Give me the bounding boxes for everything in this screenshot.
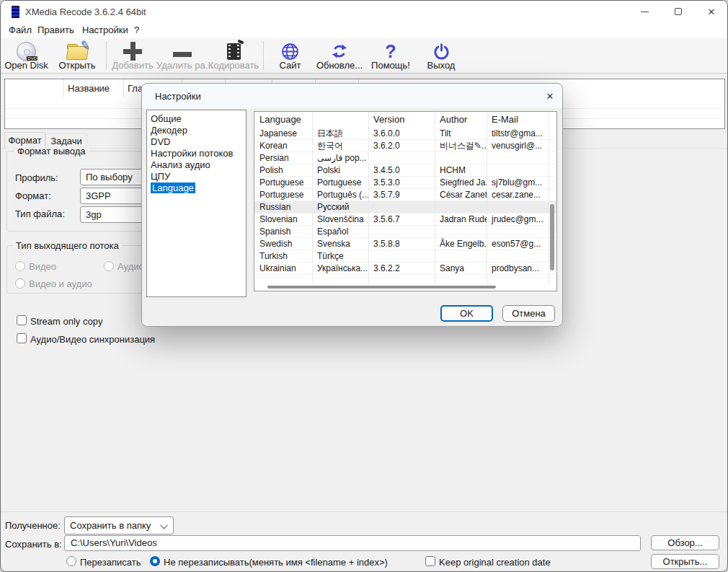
nav-stream-settings[interactable]: Настройки потоков (147, 148, 246, 159)
radio-video (15, 261, 25, 271)
encode-icon (227, 43, 241, 60)
globe-icon (281, 43, 299, 61)
disk-icon: DVD (17, 42, 36, 61)
chevron-down-icon (161, 522, 168, 529)
remove-button: Удалить ра... (156, 40, 208, 72)
app-window: XMedia Recode 3.6.2.4 64bit ✕ Файл Прави… (0, 0, 728, 572)
open-output-button[interactable]: Открыть... (651, 554, 719, 569)
pencil-icon: ✎ (79, 37, 92, 54)
table-row[interactable]: SlovenianSlovenščina3.5.6.7Jadran Rudecj… (254, 214, 556, 226)
no-overwrite-radio[interactable] (150, 556, 160, 566)
col-email[interactable]: E-Mail (487, 112, 549, 128)
menu-bar: Файл Править Настройки ? (1, 22, 727, 38)
close-button[interactable]: ✕ (695, 1, 728, 22)
remove-icon (173, 52, 192, 57)
window-title: XMedia Recode 3.6.2.4 64bit (25, 6, 146, 17)
exit-button[interactable]: Выход (420, 40, 463, 72)
dialog-title: Настройки (155, 91, 201, 102)
settings-dialog: Настройки ✕ Общие Декодер DVD Настройки … (141, 83, 563, 327)
menu-edit[interactable]: Править (37, 25, 74, 35)
keep-date-checkbox[interactable] (425, 556, 435, 566)
help-button[interactable]: ? Помощь! (368, 40, 414, 72)
language-table[interactable]: Language Version Author E-Mail Japanese日… (254, 111, 557, 291)
table-row[interactable]: Persianفارسی pop... (254, 152, 556, 164)
update-button[interactable]: Обновле... (314, 40, 365, 72)
save-path-input[interactable]: C:\Users\Yuri\Videos (64, 535, 641, 551)
column-header-name[interactable]: Название (68, 83, 110, 94)
format-label: Формат: (15, 190, 51, 201)
title-bar: XMedia Recode 3.6.2.4 64bit ✕ (1, 1, 727, 22)
browse-button[interactable]: Обзор... (651, 535, 719, 550)
radio-video-audio (15, 278, 25, 289)
menu-settings[interactable]: Настройки (82, 25, 128, 35)
website-button[interactable]: Сайт (270, 40, 310, 72)
open-button[interactable]: ✎ Открыть (53, 40, 101, 72)
nav-language: Language (147, 182, 246, 194)
save-to-label: Сохранить в: (5, 539, 62, 550)
maximize-button[interactable] (662, 1, 695, 22)
filetype-label: Тип файла: (15, 208, 65, 219)
nav-audio-analysis[interactable]: Анализ аудио (147, 159, 246, 171)
received-label: Полученное: (5, 520, 61, 531)
table-row[interactable]: Korean한국어3.6.2.0비너스걸✎...venusgirl@... (254, 140, 556, 152)
tab-format[interactable]: Формат (4, 132, 45, 149)
language-table-header: Language Version Author E-Mail (254, 112, 556, 128)
received-select[interactable]: Сохранить в папку (64, 516, 174, 534)
add-button: Добавить (109, 40, 156, 72)
profile-label: Профиль: (15, 172, 58, 183)
close-icon: ✕ (708, 7, 716, 17)
col-version[interactable]: Version (368, 112, 435, 128)
table-row[interactable]: PortuguesePortuguese3.5.3.0Siegfried Ja.… (254, 177, 556, 189)
help-icon: ? (385, 43, 396, 61)
minimize-icon (641, 12, 649, 12)
close-icon: ✕ (546, 91, 554, 102)
minimize-button[interactable] (628, 1, 661, 22)
app-icon (12, 6, 19, 18)
table-row[interactable]: UkrainianУкраїнська...3.6.2.2Sanyaprodby… (254, 263, 556, 275)
toolbar-separator (106, 41, 107, 70)
col-native[interactable] (312, 112, 368, 128)
maximize-icon (675, 8, 682, 15)
nav-cpu[interactable]: ЦПУ (147, 171, 246, 182)
toolbar-separator (263, 41, 264, 70)
cancel-button[interactable]: Отмена (502, 305, 555, 322)
ok-button[interactable]: OK (440, 305, 493, 322)
toolbar: DVD Open Disk ✎ Открыть Добавить Удалить… (1, 38, 727, 74)
nav-general[interactable]: Общие (147, 113, 246, 125)
radio-audio (104, 261, 114, 271)
settings-nav-list[interactable]: Общие Декодер DVD Настройки потоков Анал… (146, 110, 247, 297)
nav-decoder[interactable]: Декодер (147, 125, 246, 136)
col-language[interactable]: Language (254, 112, 312, 128)
open-disk-button[interactable]: DVD Open Disk (4, 40, 49, 72)
nav-dvd[interactable]: DVD (147, 136, 246, 148)
vertical-scrollbar[interactable] (550, 204, 554, 270)
table-row[interactable]: PortuguesePortuguês (...3.5.7.9César Zan… (254, 189, 556, 201)
encode-button: Кодировать (207, 40, 260, 72)
table-row[interactable]: Japanese日本語3.6.0.0Tilttiltstr@gma... (254, 128, 556, 140)
add-icon (123, 42, 142, 61)
dialog-title-bar (142, 84, 562, 108)
table-row[interactable]: SwedishSvenska3.5.8.8Åke Engelb...eson57… (254, 238, 556, 250)
dialog-close-button[interactable]: ✕ (541, 88, 559, 104)
horizontal-scrollbar[interactable] (267, 286, 496, 289)
menu-file[interactable]: Файл (9, 25, 32, 35)
stream-only-copy-checkbox[interactable] (17, 315, 27, 325)
col-author[interactable]: Author (435, 112, 487, 128)
av-sync-checkbox[interactable] (17, 333, 27, 343)
menu-help[interactable]: ? (134, 25, 139, 35)
table-row[interactable]: TurkishTürkçe (254, 250, 556, 263)
group-title: Тип выходящего потока (13, 240, 122, 251)
table-row-highlighted[interactable]: RussianРусский (254, 201, 556, 214)
overwrite-radio[interactable] (66, 556, 76, 566)
refresh-icon (331, 43, 348, 60)
power-icon (432, 43, 450, 61)
table-row[interactable]: PolishPolski3.4.5.0HCHM (254, 164, 556, 177)
open-folder-icon: ✎ (67, 44, 87, 59)
table-row[interactable]: SpanishEspañol (254, 226, 556, 238)
